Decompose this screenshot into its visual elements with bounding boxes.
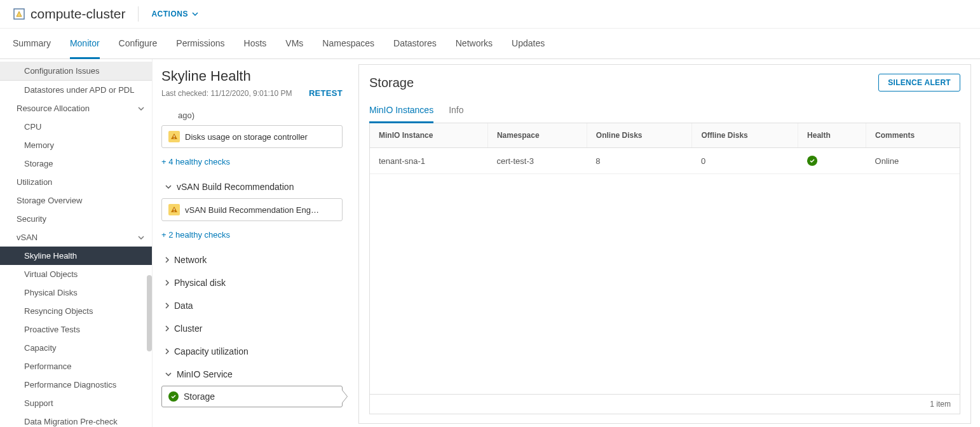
svg-rect-3 bbox=[174, 208, 174, 210]
table-row[interactable]: tenant-sna-1 cert-test-3 8 0 Online bbox=[370, 148, 960, 174]
actions-button[interactable]: ACTIONS bbox=[151, 10, 198, 18]
sub-tabs: MinIO Instances Info bbox=[369, 98, 960, 123]
cell-online: 8 bbox=[587, 148, 692, 174]
warn-build-recommendation[interactable]: vSAN Build Recommendation Eng… bbox=[161, 198, 343, 221]
header-divider bbox=[138, 6, 139, 22]
tab-permissions[interactable]: Permissions bbox=[176, 29, 224, 59]
section-capacity-utilization[interactable]: Capacity utilization bbox=[161, 340, 343, 363]
selected-storage-check[interactable]: Storage bbox=[161, 386, 343, 407]
cell-comments: Online bbox=[866, 148, 960, 174]
side-group-resource-allocation[interactable]: Resource Allocation bbox=[0, 99, 152, 118]
table-filler bbox=[370, 174, 960, 394]
section-network[interactable]: Network bbox=[161, 248, 343, 271]
side-storage[interactable]: Storage bbox=[0, 154, 152, 173]
side-performance[interactable]: Performance bbox=[0, 357, 152, 376]
section-cluster[interactable]: Cluster bbox=[161, 317, 343, 340]
cell-namespace: cert-test-3 bbox=[487, 148, 587, 174]
chevron-right-icon bbox=[165, 348, 169, 355]
last-checked-row: Last checked: 11/12/2020, 9:01:10 PM RET… bbox=[161, 88, 343, 98]
middle-panel: Skyline Health Last checked: 11/12/2020,… bbox=[153, 59, 350, 427]
svg-rect-2 bbox=[174, 138, 174, 139]
col-online-disks[interactable]: Online Disks bbox=[587, 123, 692, 148]
warning-icon bbox=[168, 204, 180, 215]
cell-offline: 0 bbox=[692, 148, 798, 174]
table-footer: 1 item bbox=[370, 394, 960, 414]
section-build-recommendation[interactable]: vSAN Build Recommendation bbox=[161, 175, 343, 198]
chevron-right-icon bbox=[165, 257, 169, 263]
cluster-icon bbox=[13, 8, 25, 20]
tab-hosts[interactable]: Hosts bbox=[244, 29, 267, 59]
tab-configure[interactable]: Configure bbox=[119, 29, 158, 59]
cell-health bbox=[798, 148, 866, 174]
header-bar: compute-cluster ACTIONS bbox=[0, 0, 980, 29]
section-physical-disk[interactable]: Physical disk bbox=[161, 271, 343, 294]
page-title: compute-cluster bbox=[13, 6, 125, 22]
tab-datastores[interactable]: Datastores bbox=[393, 29, 437, 59]
chevron-right-icon bbox=[165, 280, 169, 286]
scrollbar[interactable] bbox=[147, 59, 152, 427]
tabs-bar: Summary Monitor Configure Permissions Ho… bbox=[0, 29, 980, 59]
ago-text: ago) bbox=[161, 107, 343, 125]
side-memory[interactable]: Memory bbox=[0, 136, 152, 154]
chevron-right-icon bbox=[165, 325, 169, 332]
tab-vms[interactable]: VMs bbox=[285, 29, 303, 59]
side-performance-diagnostics[interactable]: Performance Diagnostics bbox=[0, 376, 152, 394]
skyline-title: Skyline Health bbox=[161, 68, 343, 85]
sub-tab-minio-instances[interactable]: MinIO Instances bbox=[369, 98, 433, 123]
col-namespace[interactable]: Namespace bbox=[487, 123, 587, 148]
side-virtual-objects[interactable]: Virtual Objects bbox=[0, 265, 152, 283]
side-config-issues[interactable]: Configuration Issues bbox=[0, 62, 152, 81]
chevron-right-icon bbox=[165, 302, 169, 309]
side-datastores-apd[interactable]: Datastores under APD or PDL bbox=[0, 81, 152, 99]
tab-summary[interactable]: Summary bbox=[13, 29, 51, 59]
right-panel: Storage SILENCE ALERT MinIO Instances In… bbox=[358, 64, 971, 424]
side-utilization[interactable]: Utilization bbox=[0, 173, 152, 191]
col-offline-disks[interactable]: Offline Disks bbox=[692, 123, 798, 148]
table-header-row: MinIO Instance Namespace Online Disks Of… bbox=[370, 123, 960, 148]
side-capacity[interactable]: Capacity bbox=[0, 339, 152, 357]
chevron-down-icon bbox=[192, 12, 198, 16]
col-instance[interactable]: MinIO Instance bbox=[370, 123, 487, 148]
side-support[interactable]: Support bbox=[0, 394, 152, 412]
link-healthy-checks-1[interactable]: + 4 healthy checks bbox=[161, 152, 343, 175]
side-group-vsan[interactable]: vSAN bbox=[0, 228, 152, 247]
side-security[interactable]: Security bbox=[0, 210, 152, 228]
side-resyncing-objects[interactable]: Resyncing Objects bbox=[0, 302, 152, 320]
link-healthy-checks-2[interactable]: + 2 healthy checks bbox=[161, 225, 343, 248]
ok-icon bbox=[807, 156, 817, 166]
ok-icon bbox=[168, 391, 179, 402]
last-checked: Last checked: 11/12/2020, 9:01:10 PM bbox=[161, 89, 292, 98]
section-minio-service[interactable]: MinIO Service bbox=[161, 363, 343, 386]
tab-updates[interactable]: Updates bbox=[512, 29, 545, 59]
main-layout: Configuration Issues Datastores under AP… bbox=[0, 59, 980, 427]
tab-networks[interactable]: Networks bbox=[456, 29, 493, 59]
col-health[interactable]: Health bbox=[798, 123, 866, 148]
minio-table: MinIO Instance Namespace Online Disks Of… bbox=[370, 123, 960, 174]
cluster-name: compute-cluster bbox=[31, 6, 125, 22]
side-cpu[interactable]: CPU bbox=[0, 118, 152, 136]
col-comments[interactable]: Comments bbox=[866, 123, 960, 148]
storage-title: Storage bbox=[369, 76, 414, 90]
side-physical-disks[interactable]: Physical Disks bbox=[0, 283, 152, 302]
sidebar: Configuration Issues Datastores under AP… bbox=[0, 59, 153, 427]
tab-monitor[interactable]: Monitor bbox=[70, 29, 100, 59]
tab-namespaces[interactable]: Namespaces bbox=[322, 29, 374, 59]
retest-button[interactable]: RETEST bbox=[309, 88, 343, 98]
svg-rect-1 bbox=[174, 135, 174, 137]
side-storage-overview[interactable]: Storage Overview bbox=[0, 191, 152, 210]
sub-tab-info[interactable]: Info bbox=[449, 98, 463, 123]
side-proactive-tests[interactable]: Proactive Tests bbox=[0, 320, 152, 339]
table-wrap: MinIO Instance Namespace Online Disks Of… bbox=[369, 123, 960, 414]
side-skyline-health[interactable]: Skyline Health bbox=[0, 247, 152, 265]
cell-instance: tenant-sna-1 bbox=[370, 148, 487, 174]
side-data-migration[interactable]: Data Migration Pre-check bbox=[0, 412, 152, 427]
chevron-down-icon bbox=[138, 107, 144, 111]
section-data[interactable]: Data bbox=[161, 294, 343, 317]
scrollbar-thumb[interactable] bbox=[147, 275, 152, 351]
silence-alert-button[interactable]: SILENCE ALERT bbox=[878, 74, 960, 92]
svg-rect-4 bbox=[174, 211, 174, 212]
warn-disks-usage[interactable]: Disks usage on storage controller bbox=[161, 125, 343, 148]
chevron-down-icon bbox=[138, 236, 144, 240]
chevron-down-icon bbox=[165, 372, 172, 376]
warning-icon bbox=[168, 131, 180, 142]
